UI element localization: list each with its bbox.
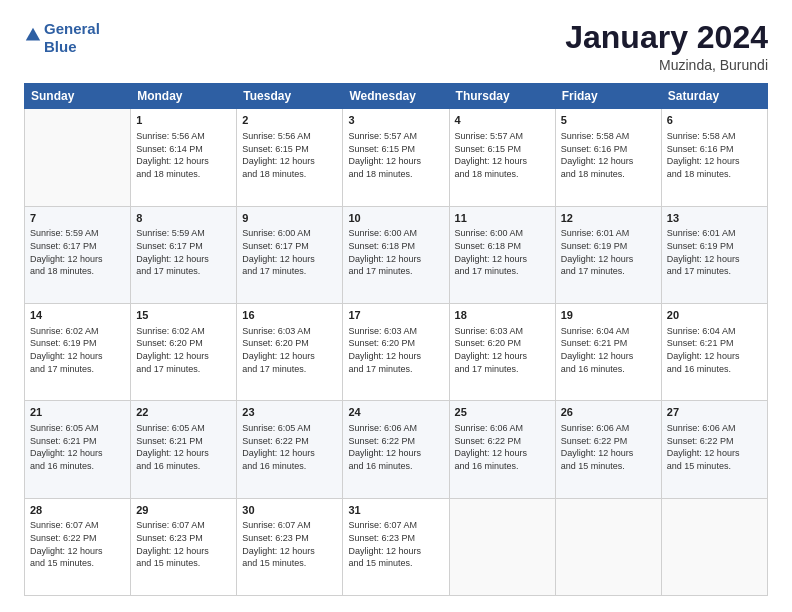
day-info: Sunrise: 5:58 AMSunset: 6:16 PMDaylight:…: [667, 130, 762, 180]
day-info: Sunrise: 6:02 AMSunset: 6:20 PMDaylight:…: [136, 325, 231, 375]
day-info: Sunrise: 5:57 AMSunset: 6:15 PMDaylight:…: [455, 130, 550, 180]
day-number: 21: [30, 405, 125, 420]
day-number: 12: [561, 211, 656, 226]
day-cell: 28Sunrise: 6:07 AMSunset: 6:22 PMDayligh…: [25, 498, 131, 595]
calendar-body: 1Sunrise: 5:56 AMSunset: 6:14 PMDaylight…: [25, 109, 768, 596]
calendar-table: SundayMondayTuesdayWednesdayThursdayFrid…: [24, 83, 768, 596]
day-info: Sunrise: 6:04 AMSunset: 6:21 PMDaylight:…: [667, 325, 762, 375]
day-cell: 25Sunrise: 6:06 AMSunset: 6:22 PMDayligh…: [449, 401, 555, 498]
day-info: Sunrise: 6:03 AMSunset: 6:20 PMDaylight:…: [242, 325, 337, 375]
day-number: 16: [242, 308, 337, 323]
day-cell: 2Sunrise: 5:56 AMSunset: 6:15 PMDaylight…: [237, 109, 343, 206]
day-number: 18: [455, 308, 550, 323]
day-number: 26: [561, 405, 656, 420]
day-info: Sunrise: 5:57 AMSunset: 6:15 PMDaylight:…: [348, 130, 443, 180]
logo-line2: Blue: [44, 38, 77, 55]
day-cell: 17Sunrise: 6:03 AMSunset: 6:20 PMDayligh…: [343, 303, 449, 400]
day-number: 19: [561, 308, 656, 323]
day-cell: [25, 109, 131, 206]
day-number: 5: [561, 113, 656, 128]
day-info: Sunrise: 6:06 AMSunset: 6:22 PMDaylight:…: [348, 422, 443, 472]
week-row-5: 28Sunrise: 6:07 AMSunset: 6:22 PMDayligh…: [25, 498, 768, 595]
day-cell: 31Sunrise: 6:07 AMSunset: 6:23 PMDayligh…: [343, 498, 449, 595]
day-cell: 29Sunrise: 6:07 AMSunset: 6:23 PMDayligh…: [131, 498, 237, 595]
day-number: 1: [136, 113, 231, 128]
week-row-1: 1Sunrise: 5:56 AMSunset: 6:14 PMDaylight…: [25, 109, 768, 206]
day-cell: 22Sunrise: 6:05 AMSunset: 6:21 PMDayligh…: [131, 401, 237, 498]
day-info: Sunrise: 6:07 AMSunset: 6:22 PMDaylight:…: [30, 519, 125, 569]
day-number: 29: [136, 503, 231, 518]
day-cell: 10Sunrise: 6:00 AMSunset: 6:18 PMDayligh…: [343, 206, 449, 303]
day-info: Sunrise: 6:07 AMSunset: 6:23 PMDaylight:…: [136, 519, 231, 569]
calendar-header: SundayMondayTuesdayWednesdayThursdayFrid…: [25, 84, 768, 109]
day-cell: 12Sunrise: 6:01 AMSunset: 6:19 PMDayligh…: [555, 206, 661, 303]
col-header-tuesday: Tuesday: [237, 84, 343, 109]
col-header-monday: Monday: [131, 84, 237, 109]
day-cell: 26Sunrise: 6:06 AMSunset: 6:22 PMDayligh…: [555, 401, 661, 498]
day-cell: 24Sunrise: 6:06 AMSunset: 6:22 PMDayligh…: [343, 401, 449, 498]
header: General Blue January 2024 Muzinda, Burun…: [24, 20, 768, 73]
day-info: Sunrise: 6:06 AMSunset: 6:22 PMDaylight:…: [667, 422, 762, 472]
day-cell: 14Sunrise: 6:02 AMSunset: 6:19 PMDayligh…: [25, 303, 131, 400]
day-cell: 15Sunrise: 6:02 AMSunset: 6:20 PMDayligh…: [131, 303, 237, 400]
calendar: SundayMondayTuesdayWednesdayThursdayFrid…: [24, 83, 768, 596]
day-number: 4: [455, 113, 550, 128]
day-cell: 19Sunrise: 6:04 AMSunset: 6:21 PMDayligh…: [555, 303, 661, 400]
col-header-wednesday: Wednesday: [343, 84, 449, 109]
day-info: Sunrise: 6:01 AMSunset: 6:19 PMDaylight:…: [561, 227, 656, 277]
day-cell: 9Sunrise: 6:00 AMSunset: 6:17 PMDaylight…: [237, 206, 343, 303]
day-info: Sunrise: 6:05 AMSunset: 6:22 PMDaylight:…: [242, 422, 337, 472]
day-cell: 7Sunrise: 5:59 AMSunset: 6:17 PMDaylight…: [25, 206, 131, 303]
day-number: 30: [242, 503, 337, 518]
day-info: Sunrise: 5:59 AMSunset: 6:17 PMDaylight:…: [136, 227, 231, 277]
location: Muzinda, Burundi: [565, 57, 768, 73]
day-cell: 27Sunrise: 6:06 AMSunset: 6:22 PMDayligh…: [661, 401, 767, 498]
day-info: Sunrise: 5:56 AMSunset: 6:14 PMDaylight:…: [136, 130, 231, 180]
day-number: 28: [30, 503, 125, 518]
day-cell: 5Sunrise: 5:58 AMSunset: 6:16 PMDaylight…: [555, 109, 661, 206]
day-info: Sunrise: 6:01 AMSunset: 6:19 PMDaylight:…: [667, 227, 762, 277]
day-number: 23: [242, 405, 337, 420]
day-info: Sunrise: 6:00 AMSunset: 6:17 PMDaylight:…: [242, 227, 337, 277]
col-header-sunday: Sunday: [25, 84, 131, 109]
day-number: 9: [242, 211, 337, 226]
day-number: 3: [348, 113, 443, 128]
day-info: Sunrise: 6:06 AMSunset: 6:22 PMDaylight:…: [561, 422, 656, 472]
day-cell: 21Sunrise: 6:05 AMSunset: 6:21 PMDayligh…: [25, 401, 131, 498]
day-number: 14: [30, 308, 125, 323]
day-cell: 18Sunrise: 6:03 AMSunset: 6:20 PMDayligh…: [449, 303, 555, 400]
day-number: 11: [455, 211, 550, 226]
day-cell: [449, 498, 555, 595]
title-area: January 2024 Muzinda, Burundi: [565, 20, 768, 73]
day-info: Sunrise: 5:58 AMSunset: 6:16 PMDaylight:…: [561, 130, 656, 180]
day-cell: 20Sunrise: 6:04 AMSunset: 6:21 PMDayligh…: [661, 303, 767, 400]
logo-icon: [24, 26, 42, 44]
day-cell: 13Sunrise: 6:01 AMSunset: 6:19 PMDayligh…: [661, 206, 767, 303]
day-cell: [661, 498, 767, 595]
day-info: Sunrise: 6:04 AMSunset: 6:21 PMDaylight:…: [561, 325, 656, 375]
day-number: 20: [667, 308, 762, 323]
day-cell: 23Sunrise: 6:05 AMSunset: 6:22 PMDayligh…: [237, 401, 343, 498]
day-number: 2: [242, 113, 337, 128]
month-title: January 2024: [565, 20, 768, 55]
day-number: 24: [348, 405, 443, 420]
day-info: Sunrise: 6:07 AMSunset: 6:23 PMDaylight:…: [348, 519, 443, 569]
day-number: 10: [348, 211, 443, 226]
day-number: 17: [348, 308, 443, 323]
day-info: Sunrise: 6:00 AMSunset: 6:18 PMDaylight:…: [348, 227, 443, 277]
day-number: 13: [667, 211, 762, 226]
day-info: Sunrise: 6:02 AMSunset: 6:19 PMDaylight:…: [30, 325, 125, 375]
day-cell: 4Sunrise: 5:57 AMSunset: 6:15 PMDaylight…: [449, 109, 555, 206]
day-info: Sunrise: 6:05 AMSunset: 6:21 PMDaylight:…: [30, 422, 125, 472]
day-number: 31: [348, 503, 443, 518]
day-number: 8: [136, 211, 231, 226]
day-cell: 16Sunrise: 6:03 AMSunset: 6:20 PMDayligh…: [237, 303, 343, 400]
day-info: Sunrise: 6:03 AMSunset: 6:20 PMDaylight:…: [455, 325, 550, 375]
week-row-2: 7Sunrise: 5:59 AMSunset: 6:17 PMDaylight…: [25, 206, 768, 303]
day-cell: 3Sunrise: 5:57 AMSunset: 6:15 PMDaylight…: [343, 109, 449, 206]
day-cell: 1Sunrise: 5:56 AMSunset: 6:14 PMDaylight…: [131, 109, 237, 206]
day-cell: 8Sunrise: 5:59 AMSunset: 6:17 PMDaylight…: [131, 206, 237, 303]
day-cell: 11Sunrise: 6:00 AMSunset: 6:18 PMDayligh…: [449, 206, 555, 303]
day-info: Sunrise: 6:07 AMSunset: 6:23 PMDaylight:…: [242, 519, 337, 569]
day-number: 27: [667, 405, 762, 420]
